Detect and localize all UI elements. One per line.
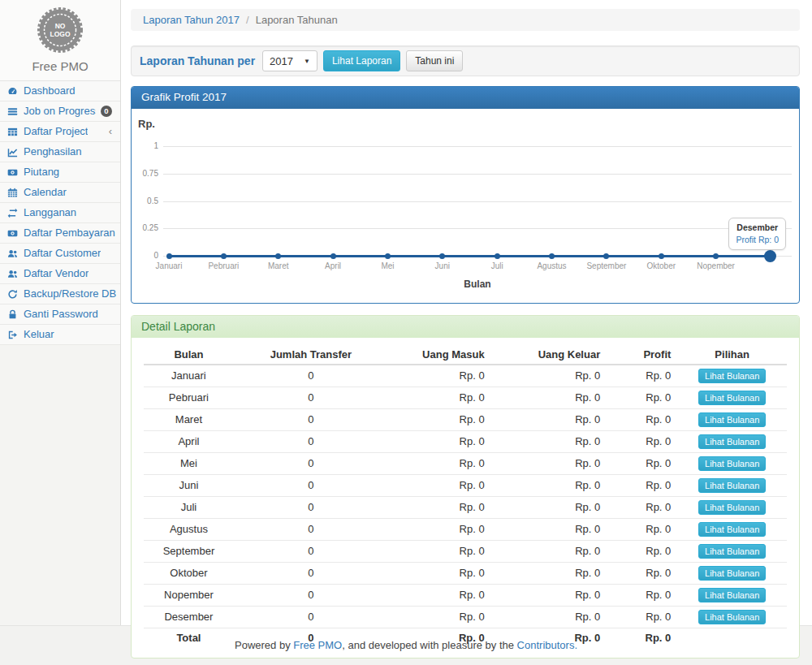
sidebar-item-keluar[interactable]: Keluar — [0, 325, 120, 345]
cell-profit: Rp. 0 — [607, 563, 677, 585]
svg-text:LOGO: LOGO — [50, 30, 70, 38]
year-select-value: 2017 — [270, 55, 293, 67]
gridline — [163, 201, 792, 202]
data-point-april[interactable] — [330, 253, 336, 259]
cell-uang-keluar: Rp. 0 — [491, 563, 607, 585]
x-tick-label: Mei — [381, 261, 394, 270]
data-point-maret[interactable] — [275, 253, 281, 259]
cell-bulan: Total — [144, 628, 234, 649]
logo-block: NO LOGO Free PMO — [0, 0, 120, 81]
view-monthly-button[interactable]: Lihat Bulanan — [698, 500, 766, 515]
cell-profit: Rp. 0 — [607, 409, 677, 431]
column-header-bulan: Bulan — [144, 345, 234, 365]
breadcrumb-link-laporan-tahun[interactable]: Laporan Tahun 2017 — [143, 14, 240, 26]
data-point-nopember[interactable] — [713, 253, 719, 259]
sidebar-item-daftar-customer[interactable]: Daftar Customer — [0, 244, 120, 264]
cell-uang-masuk: Rp. 0 — [388, 475, 491, 497]
sidebar-item-job-on-progress[interactable]: Job on Progress0 — [0, 101, 120, 122]
sidebar-item-penghasilan[interactable]: Penghasilan — [0, 142, 120, 162]
x-tick-label: Oktober — [646, 261, 676, 270]
x-tick-label: Januari — [156, 261, 183, 270]
cell-profit: Rp. 0 — [607, 541, 677, 563]
cell-bulan: Juni — [144, 475, 234, 497]
cell-pilihan: Lihat Bulanan — [677, 453, 787, 475]
data-point-mei[interactable] — [385, 253, 391, 259]
detail-table-body: Bulan Jumlah Transfer Uang Masuk Uang Ke… — [132, 338, 799, 658]
cell-uang-keluar: Rp. 0 — [491, 387, 607, 409]
data-point-pebruari[interactable] — [221, 253, 227, 259]
year-select[interactable]: 2017 ▼ — [262, 50, 317, 71]
data-point-desember[interactable] — [764, 250, 776, 262]
sidebar-item-piutang[interactable]: Piutang — [0, 162, 120, 183]
tasks-icon — [6, 106, 19, 117]
view-monthly-button[interactable]: Lihat Bulanan — [698, 544, 766, 559]
cell-jumlah-transfer: 0 — [234, 541, 388, 563]
money-icon — [6, 228, 19, 239]
x-tick-label: Nopember — [697, 261, 735, 270]
view-monthly-button[interactable]: Lihat Bulanan — [698, 522, 766, 537]
y-tick-label: 1 — [132, 141, 158, 150]
app-name: Free PMO — [0, 59, 120, 73]
cell-uang-masuk: Rp. 0 — [388, 365, 491, 387]
cell-pilihan — [677, 628, 787, 649]
sidebar-item-dashboard[interactable]: Dashboard — [0, 81, 120, 101]
footer-link-contributors[interactable]: Contributors. — [517, 639, 577, 651]
view-monthly-button[interactable]: Lihat Bulanan — [698, 610, 766, 624]
view-monthly-button[interactable]: Lihat Bulanan — [698, 412, 766, 427]
table-row: Mei0Rp. 0Rp. 0Rp. 0Lihat Bulanan — [144, 453, 787, 475]
sidebar-item-ganti-password[interactable]: Ganti Password — [0, 304, 120, 325]
cell-profit: Rp. 0 — [607, 628, 677, 649]
cell-bulan: April — [144, 431, 234, 453]
users-icon — [6, 248, 19, 259]
view-monthly-button[interactable]: Lihat Bulanan — [698, 456, 766, 471]
sidebar-item-langganan[interactable]: Langganan — [0, 203, 120, 223]
data-point-juli[interactable] — [495, 253, 500, 259]
view-monthly-button[interactable]: Lihat Bulanan — [698, 434, 766, 449]
table-row: Pebruari0Rp. 0Rp. 0Rp. 0Lihat Bulanan — [144, 387, 787, 409]
sidebar-item-backup-restore-db[interactable]: Backup/Restore DB — [0, 284, 120, 304]
view-report-button[interactable]: Lihat Laporan — [323, 50, 400, 71]
detail-report-panel: Detail Laporan Bulan Jumlah Transfer Uan… — [131, 315, 800, 659]
view-monthly-button[interactable]: Lihat Bulanan — [698, 369, 766, 383]
view-monthly-button[interactable]: Lihat Bulanan — [698, 478, 766, 493]
calendar-icon — [6, 188, 19, 198]
sidebar-item-daftar-pembayaran[interactable]: Daftar Pembayaran — [0, 223, 120, 244]
view-monthly-button[interactable]: Lihat Bulanan — [698, 391, 766, 405]
lock-icon — [6, 309, 19, 320]
cell-uang-keluar: Rp. 0 — [491, 585, 607, 607]
cell-uang-masuk: Rp. 0 — [388, 387, 491, 409]
view-monthly-button[interactable]: Lihat Bulanan — [698, 588, 766, 602]
cell-jumlah-transfer: 0 — [234, 387, 388, 409]
x-tick-label: September — [586, 261, 626, 270]
line-chart-icon — [6, 147, 19, 158]
view-monthly-button[interactable]: Lihat Bulanan — [698, 566, 766, 581]
data-point-september[interactable] — [603, 253, 609, 259]
cell-uang-keluar: Rp. 0 — [491, 365, 607, 387]
table-header-row: Bulan Jumlah Transfer Uang Masuk Uang Ke… — [144, 345, 787, 365]
cell-jumlah-transfer: 0 — [234, 563, 388, 585]
sidebar-item-daftar-vendor[interactable]: Daftar Vendor — [0, 264, 120, 284]
report-filter-bar: Laporan Tahunan per 2017 ▼ Lihat Laporan… — [131, 45, 800, 76]
data-point-agustus[interactable] — [549, 253, 555, 259]
footer-link-free-pmo[interactable]: Free PMO — [293, 639, 342, 651]
sidebar-item-label: Piutang — [24, 166, 59, 179]
cell-uang-keluar: Rp. 0 — [491, 409, 607, 431]
table-row: Desember0Rp. 0Rp. 0Rp. 0Lihat Bulanan — [144, 607, 787, 628]
data-point-januari[interactable] — [166, 253, 172, 259]
cell-uang-masuk: Rp. 0 — [388, 541, 491, 563]
sidebar-item-daftar-project[interactable]: Daftar Project‹ — [0, 122, 120, 142]
cell-profit: Rp. 0 — [607, 497, 677, 519]
sidebar-item-label: Keluar — [24, 328, 54, 341]
data-point-oktober[interactable] — [659, 253, 664, 259]
cell-uang-keluar: Rp. 0 — [491, 431, 607, 453]
detail-panel-title: Detail Laporan — [132, 316, 799, 338]
cell-jumlah-transfer: 0 — [234, 453, 388, 475]
report-table: Bulan Jumlah Transfer Uang Masuk Uang Ke… — [144, 345, 787, 648]
footer-text-middle: , and developed with pleasure by the — [342, 639, 516, 651]
filter-label: Laporan Tahunan per — [140, 54, 255, 67]
this-year-button[interactable]: Tahun ini — [406, 50, 463, 71]
sidebar-item-calendar[interactable]: Calendar — [0, 183, 120, 203]
page: NO LOGO Free PMO DashboardJob on Progres… — [0, 0, 812, 665]
data-point-juni[interactable] — [439, 253, 445, 259]
cell-bulan: Juli — [144, 497, 234, 519]
